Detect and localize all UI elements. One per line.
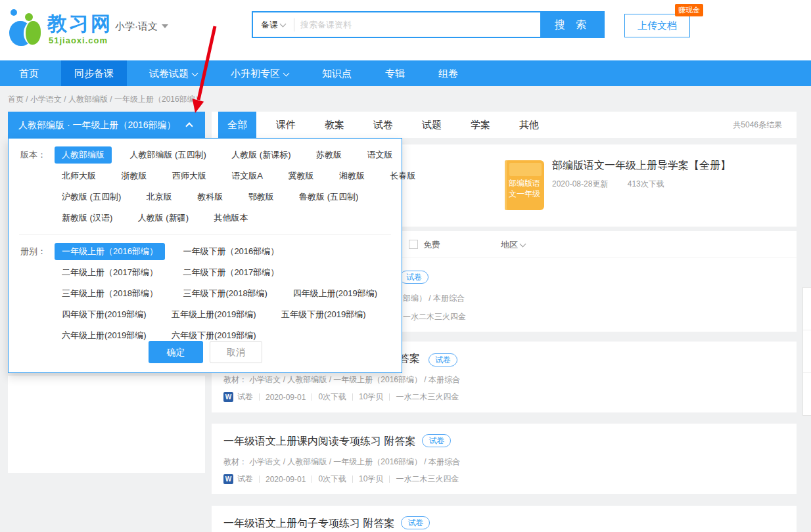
- tab-test-papers[interactable]: 试卷: [364, 112, 402, 138]
- left-sidebar-placeholder: [8, 376, 205, 473]
- free-checkbox[interactable]: [409, 240, 418, 249]
- caret-down-icon: [162, 24, 168, 28]
- volume-section: 册别： 一年级上册（2016部编） 一年级下册（2016部编） 二年级上册（20…: [9, 235, 402, 348]
- tab-questions[interactable]: 试题: [413, 112, 451, 138]
- logo-domain: 51jiaoxi.com: [49, 35, 108, 45]
- category-selector[interactable]: 小学·语文: [115, 20, 168, 33]
- paper-badge: 试卷: [400, 271, 429, 284]
- divider: [389, 476, 390, 483]
- volume-chip[interactable]: 一年级下册（2016部编）: [175, 243, 286, 260]
- side-toolbar-cell[interactable]: [803, 330, 811, 373]
- version-chip[interactable]: 鄂教版: [241, 188, 281, 206]
- site-logo[interactable]: 教习网 51jiaoxi.com: [9, 8, 114, 50]
- version-chip[interactable]: 冀教版: [281, 167, 321, 185]
- result-title[interactable]: 一年级语文上册课内阅读专项练习 附答案试卷: [223, 434, 451, 449]
- version-chip[interactable]: 其他版本: [206, 210, 255, 227]
- result-title[interactable]: 一年级语文上册句子专项练习 附答案试卷: [223, 516, 430, 531]
- result-meta: 教材： 小学语文 / 人教部编版 / 一年级上册（2016部编） / 本册综合: [223, 374, 460, 386]
- search-scope-label: 备课: [261, 20, 278, 30]
- result-meta: 教材： 小学语文 / 人教部编版 / 一年级上册（2016部编） / 本册综合: [223, 456, 460, 468]
- book-cover-thumbnail[interactable]: 部编版语 文一年级: [505, 160, 544, 210]
- region-dropdown[interactable]: 地区: [501, 239, 525, 251]
- volume-chip[interactable]: 五年级上册(2019部编): [164, 306, 264, 323]
- version-chip[interactable]: 沪教版 (五四制): [55, 188, 128, 206]
- featured-updated: 2020-08-28更新: [552, 179, 608, 188]
- version-chip[interactable]: 湘教版: [332, 167, 372, 185]
- tab-study-cases[interactable]: 学案: [461, 112, 499, 138]
- version-chip[interactable]: 语文版A: [224, 167, 270, 185]
- floating-side-toolbar[interactable]: [802, 287, 811, 416]
- volume-chip[interactable]: 四年级上册(2019部编): [285, 285, 384, 302]
- volume-chip[interactable]: 六年级上册(2019部编): [55, 327, 154, 344]
- version-chip[interactable]: 人教版 (新课标): [224, 146, 298, 164]
- price: 10学贝: [359, 474, 383, 485]
- nav-item-zujuan[interactable]: 组卷: [427, 60, 469, 86]
- nav-item-home[interactable]: 首页: [8, 60, 50, 86]
- book-cover-title: 部编版语 文一年级: [505, 178, 544, 199]
- date: 2020-09-01: [266, 475, 306, 484]
- paper-badge: 试卷: [429, 353, 457, 366]
- version-chip[interactable]: 鲁教版 (五四制): [292, 188, 365, 206]
- version-chip[interactable]: 苏教版: [309, 146, 349, 164]
- tab-all[interactable]: 全部: [218, 112, 256, 138]
- volume-label: 册别：: [20, 243, 55, 348]
- volume-chip[interactable]: 二年级上册（2017部编）: [55, 264, 165, 281]
- nav-item-knowledge[interactable]: 知识点: [311, 60, 363, 86]
- volume-chip[interactable]: 三年级下册(2018部编): [175, 285, 275, 302]
- breadcrumb: 首页 / 小学语文 / 人教部编版 / 一年级上册（2016部编）: [8, 94, 203, 105]
- volume-chip[interactable]: 一年级上册（2016部编）: [55, 243, 165, 260]
- version-chip[interactable]: 教科版: [190, 188, 230, 206]
- divider: [259, 393, 260, 401]
- doc-type: 试卷: [237, 391, 253, 403]
- search-box: 备课 搜 索: [252, 11, 605, 38]
- author: 一水二木三火四金: [396, 391, 459, 403]
- version-section: 版本： 人教部编版 人教部编版 (五四制) 人教版 (新课标) 苏教版 语文版 …: [9, 139, 402, 231]
- version-chip[interactable]: 西师大版: [165, 167, 214, 185]
- word-file-icon: W: [223, 392, 233, 402]
- result-count: 共5046条结果: [733, 120, 797, 131]
- download-count: 0次下载: [318, 474, 346, 485]
- cancel-button[interactable]: 取消: [210, 341, 262, 363]
- tab-courseware[interactable]: 课件: [267, 112, 305, 138]
- divider: [294, 18, 294, 32]
- upload-document-button[interactable]: 上传文档: [624, 14, 690, 37]
- divider: [259, 476, 260, 483]
- version-chip[interactable]: 语文版: [359, 146, 400, 164]
- volume-chip[interactable]: 三年级上册（2018部编）: [55, 285, 165, 302]
- search-input[interactable]: [300, 12, 530, 37]
- version-chip[interactable]: 北师大版: [55, 167, 103, 185]
- version-chip[interactable]: 北京版: [139, 188, 179, 206]
- search-button[interactable]: 搜 索: [540, 11, 605, 38]
- result-item: 一年级语文上册课内阅读专项练习 附答案试卷 教材： 小学语文 / 人教部编版 /…: [212, 424, 797, 494]
- result-info-row: W 试卷 2020-09-01 0次下载 10学贝 一水二木三火四金: [223, 474, 465, 485]
- word-file-icon: W: [223, 474, 233, 484]
- result-item: 试卷: [400, 271, 429, 284]
- volume-chip[interactable]: 五年级下册(2019部编): [274, 306, 373, 323]
- nav-item-sync-prep[interactable]: 同步备课: [61, 60, 127, 86]
- side-toolbar-cell[interactable]: [803, 288, 811, 330]
- nav-item-albums[interactable]: 专辑: [374, 60, 416, 86]
- nav-item-papers[interactable]: 试卷试题: [138, 60, 208, 86]
- version-chip[interactable]: 人教版 (新疆): [131, 210, 196, 227]
- tab-other[interactable]: 其他: [510, 112, 548, 138]
- version-chip[interactable]: 新教版 (汉语): [55, 210, 120, 227]
- version-chip[interactable]: 长春版: [382, 167, 423, 185]
- earn-cash-badge: 赚现金: [675, 4, 703, 16]
- version-chip[interactable]: 人教部编版 (五四制): [122, 146, 213, 164]
- confirm-button[interactable]: 确定: [149, 341, 203, 363]
- tab-lesson-plans[interactable]: 教案: [315, 112, 354, 138]
- chevron-down-icon: [283, 70, 290, 77]
- side-toolbar-cell[interactable]: [803, 373, 811, 416]
- version-chip[interactable]: 浙教版: [114, 167, 154, 185]
- featured-title[interactable]: 部编版语文一年级上册导学案【全册】: [552, 159, 731, 173]
- search-scope-dropdown[interactable]: 备课: [261, 12, 285, 37]
- divider: [352, 393, 353, 401]
- divider: [352, 476, 353, 483]
- volume-chip[interactable]: 四年级下册(2019部编): [55, 306, 154, 323]
- result-meta-fragment: 部编） / 本册综合: [403, 293, 465, 304]
- nav-item-xiaoshengchu[interactable]: 小升初专区: [220, 60, 300, 86]
- edition-selector-button[interactable]: 人教部编版 · 一年级上册（2016部编）: [8, 112, 205, 138]
- version-chip[interactable]: 人教部编版: [55, 146, 112, 164]
- volume-chip[interactable]: 二年级下册（2017部编）: [175, 264, 286, 281]
- chevron-up-icon: [185, 122, 193, 129]
